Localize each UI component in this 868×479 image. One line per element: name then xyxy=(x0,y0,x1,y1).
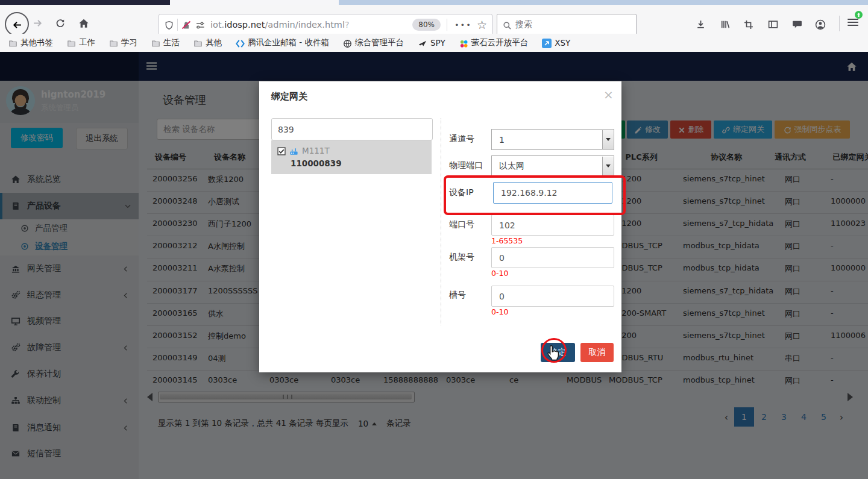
channel-value: 1 xyxy=(499,135,505,145)
reload-button[interactable] xyxy=(55,17,65,28)
caret-down-icon xyxy=(606,138,611,141)
xsy-icon xyxy=(542,37,552,49)
ok-button[interactable]: 确定 xyxy=(541,343,575,362)
globe-icon xyxy=(343,37,352,49)
bookmark-item[interactable]: SPY xyxy=(418,37,445,49)
dropdown-button[interactable] xyxy=(602,157,614,175)
permissions-icon[interactable] xyxy=(195,19,205,31)
url-bar[interactable]: iot.idosp.net/admin/index.html? 80% ••• … xyxy=(159,14,492,36)
gateway-id: 110000839 xyxy=(291,158,342,168)
bookmark-item[interactable]: 萤石云开放平台 xyxy=(459,37,529,49)
bookmark-label: 工作 xyxy=(79,37,95,48)
bind-gateway-modal: 绑定网关 × 839 M111T 110000839 通道号 1 物理端口 以太… xyxy=(259,81,621,372)
search-placeholder: 搜索 xyxy=(515,19,532,30)
bookmark-label: 其他 xyxy=(206,37,222,48)
rack-value: 0 xyxy=(499,253,505,263)
rack-label: 机架号 xyxy=(449,252,474,263)
back-button[interactable] xyxy=(5,12,29,36)
slot-value: 0 xyxy=(499,292,505,301)
url-query: ? xyxy=(345,20,350,30)
bookmark-label: 萤石云开放平台 xyxy=(471,37,529,48)
channel-select[interactable]: 1 xyxy=(491,129,614,150)
navigation-toolbar: iot.idosp.net/admin/index.html? 80% ••• … xyxy=(0,5,868,34)
port-type-value: 以太网 xyxy=(499,161,524,172)
search-icon xyxy=(503,19,512,31)
slot-label: 槽号 xyxy=(449,290,466,301)
bookmark-star-icon[interactable]: ☆ xyxy=(477,18,487,31)
folder-icon xyxy=(193,37,203,49)
port-type-select[interactable]: 以太网 xyxy=(491,155,614,177)
bookmark-label: 其他书签 xyxy=(20,37,53,48)
browser-search-input[interactable]: 搜索 xyxy=(497,14,637,36)
folder-icon xyxy=(8,37,17,49)
spy-icon xyxy=(418,37,427,49)
bookmark-label: 腾讯企业邮箱 - 收件箱 xyxy=(248,37,329,48)
modal-close-icon[interactable]: × xyxy=(603,89,614,101)
port-type-label: 物理端口 xyxy=(449,160,483,171)
browser-chrome: iot.idosp.net/admin/index.html? 80% ••• … xyxy=(0,0,868,52)
divider xyxy=(177,19,178,31)
gateway-icon xyxy=(289,146,298,156)
cancel-button[interactable]: 取消 xyxy=(580,343,614,362)
bookmark-item[interactable]: 综合管理平台 xyxy=(343,37,404,49)
shield-icon[interactable] xyxy=(165,19,174,31)
url-path: /admin/index.html xyxy=(265,20,345,30)
bookmark-item[interactable]: 生活 xyxy=(151,37,180,49)
gateway-name: M111T xyxy=(302,146,330,155)
messages-button[interactable] xyxy=(792,18,802,30)
update-badge-icon xyxy=(855,11,863,19)
folder-icon xyxy=(67,37,76,49)
bookmark-item[interactable]: XSY xyxy=(542,37,570,49)
folder-icon xyxy=(151,37,160,49)
tab-strip xyxy=(0,0,868,5)
home-icon xyxy=(78,17,89,28)
page-actions-icon[interactable]: ••• xyxy=(454,20,472,30)
rack-input[interactable]: 0 xyxy=(491,247,614,268)
device-ip-input[interactable]: 192.168.9.12 xyxy=(493,182,612,204)
reload-icon xyxy=(55,17,65,28)
zoom-level-badge[interactable]: 80% xyxy=(412,19,441,31)
bookmark-item[interactable]: 工作 xyxy=(67,37,95,49)
gateway-search-input[interactable]: 839 xyxy=(271,118,433,140)
url-domain: idosp.net xyxy=(224,20,265,30)
bookmark-label: 综合管理平台 xyxy=(355,37,404,48)
divider xyxy=(441,118,441,325)
divider xyxy=(447,19,447,31)
home-button[interactable] xyxy=(78,17,89,29)
account-button[interactable] xyxy=(815,18,826,30)
dropdown-button[interactable] xyxy=(602,130,614,149)
active-tab[interactable] xyxy=(0,0,170,5)
forward-icon xyxy=(33,17,43,28)
bookmark-label: 生活 xyxy=(163,37,180,48)
port-value: 102 xyxy=(499,221,515,230)
inactive-tab[interactable] xyxy=(170,0,339,5)
bookmark-item[interactable]: 其他 xyxy=(193,37,222,49)
channel-label: 通道号 xyxy=(449,134,474,145)
bookmarks-bar: 其他书签工作学习生活其他腾讯企业邮箱 - 收件箱综合管理平台SPY萤石云开放平台… xyxy=(0,34,868,52)
port-input[interactable]: 102 xyxy=(491,214,614,236)
slot-input[interactable]: 0 xyxy=(491,286,614,307)
bookmark-item[interactable]: 其他书签 xyxy=(8,37,53,49)
device-ip-label: 设备IP xyxy=(449,187,474,198)
bookmark-label: XSY xyxy=(555,38,570,48)
slot-hint: 0-10 xyxy=(491,307,508,316)
gateway-list-item[interactable]: M111T 110000839 xyxy=(271,140,432,174)
url-subdomain: iot. xyxy=(210,20,224,30)
screenshot-button[interactable] xyxy=(744,18,753,30)
modal-title: 绑定网关 xyxy=(271,91,307,102)
bookmark-item[interactable]: 腾讯企业邮箱 - 收件箱 xyxy=(236,37,329,49)
bookmark-item[interactable]: 学习 xyxy=(109,37,137,49)
gateway-checkbox[interactable] xyxy=(277,146,286,155)
divider xyxy=(839,16,840,31)
forward-button[interactable] xyxy=(33,17,43,28)
menu-button[interactable] xyxy=(848,19,858,27)
bookmark-label: SPY xyxy=(430,38,445,48)
bookmark-label: 学习 xyxy=(121,37,137,48)
insecure-lock-icon[interactable] xyxy=(181,19,191,31)
port-label: 端口号 xyxy=(449,219,474,230)
sidebar-toggle-button[interactable] xyxy=(768,18,778,30)
caret-down-icon xyxy=(606,164,611,167)
downloads-button[interactable] xyxy=(696,18,706,30)
back-icon xyxy=(12,19,22,30)
library-button[interactable] xyxy=(720,18,730,30)
